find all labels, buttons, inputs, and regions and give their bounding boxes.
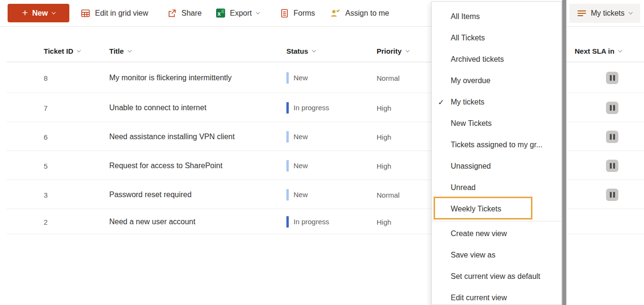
menu-item-create-new-view[interactable]: Create new view (432, 223, 561, 244)
export-button[interactable]: x Export (216, 0, 259, 26)
priority-cell: High (377, 133, 391, 141)
status-bar (286, 72, 289, 84)
ticket-title-link[interactable]: Need assistance installing VPN client (109, 133, 235, 141)
menu-item-weekly-tickets[interactable]: ✓ Weekly Tickets (432, 198, 561, 219)
excel-icon: x (216, 9, 225, 18)
menu-item-label: All Tickets (451, 34, 485, 42)
share-icon (167, 9, 177, 18)
pause-sla-button[interactable] (606, 102, 618, 114)
menu-item-label: Archived tickets (451, 55, 504, 64)
assign-to-me-label: Assign to me (345, 9, 389, 18)
status-bar (286, 160, 289, 172)
view-selector-button[interactable]: My tickets (569, 4, 640, 23)
pause-sla-button[interactable] (606, 160, 618, 172)
new-button-label: New (32, 9, 48, 18)
new-button[interactable]: + New (8, 4, 69, 22)
forms-button[interactable]: Forms (280, 0, 315, 26)
chevron-down-icon (629, 10, 633, 14)
forms-label: Forms (294, 9, 315, 18)
menu-item-label: All Items (451, 12, 480, 21)
status-label: New (294, 191, 308, 199)
column-label: Ticket ID (44, 47, 73, 55)
column-label: Status (286, 47, 308, 55)
ticket-title-link[interactable]: My monitor is flickering intermittently (109, 74, 232, 82)
ticket-title-link[interactable]: Password reset required (109, 191, 191, 199)
status-cell: New (286, 72, 308, 84)
menu-item-my-overdue[interactable]: ✓ My overdue (432, 70, 561, 91)
status-label: In progress (294, 218, 329, 226)
pause-sla-button[interactable] (606, 189, 618, 201)
ticket-id-cell: 3 (44, 191, 47, 199)
edit-in-grid-view-button[interactable]: Edit in grid view (81, 0, 148, 26)
pause-icon (610, 192, 612, 198)
column-header-next-sla[interactable]: Next SLA in (575, 40, 622, 62)
status-cell: In progress (286, 216, 329, 228)
column-header-ticket-id[interactable]: Ticket ID (44, 40, 80, 62)
menu-item-label: Set current view as default (451, 272, 540, 281)
ticket-id-cell: 7 (44, 104, 47, 112)
status-bar (286, 131, 289, 143)
column-header-title[interactable]: Title (109, 40, 131, 62)
pause-icon (610, 75, 612, 81)
view-selector-menu: ✓ All Items ✓ All Tickets ✓ Archived tic… (431, 1, 562, 305)
pause-icon (610, 134, 612, 140)
pause-sla-button[interactable] (606, 72, 618, 84)
status-cell: New (286, 189, 308, 200)
pause-sla-button[interactable] (606, 131, 618, 143)
status-cell: New (286, 160, 308, 172)
column-header-priority[interactable]: Priority (377, 40, 409, 62)
menu-item-label: Weekly Tickets (451, 205, 501, 213)
chevron-down-icon (77, 48, 81, 52)
status-label: New (294, 133, 308, 141)
pause-icon (610, 163, 612, 169)
menu-item-tickets-assigned-to-my-group[interactable]: ✓ Tickets assigned to my gr... (432, 134, 561, 155)
menu-item-label: New Tickets (451, 119, 492, 128)
view-list-icon (578, 10, 586, 16)
menu-item-all-items[interactable]: ✓ All Items (432, 6, 561, 27)
ticket-id-cell: 6 (44, 133, 47, 141)
menu-item-save-view-as[interactable]: Save view as (432, 244, 561, 266)
priority-cell: High (377, 162, 391, 170)
menu-item-label: Save view as (451, 251, 495, 259)
status-label: New (294, 74, 308, 82)
menu-item-archived-tickets[interactable]: ✓ Archived tickets (432, 48, 561, 70)
share-button[interactable]: Share (167, 0, 202, 26)
ticket-title-link[interactable]: Need a new user account (109, 218, 195, 226)
menu-item-label: Unread (451, 183, 475, 192)
status-bar (286, 102, 289, 114)
vertical-scrollbar[interactable] (562, 0, 567, 305)
column-header-status[interactable]: Status (286, 40, 315, 62)
ticket-id-cell: 8 (44, 74, 47, 82)
column-label: Priority (377, 47, 402, 55)
menu-item-unread[interactable]: ✓ Unread (432, 177, 561, 198)
menu-item-all-tickets[interactable]: ✓ All Tickets (432, 27, 561, 48)
menu-item-label: Unassigned (451, 162, 491, 171)
status-cell: In progress (286, 102, 329, 114)
priority-cell: High (377, 104, 391, 112)
menu-item-label: Tickets assigned to my gr... (451, 141, 542, 149)
menu-item-label: Create new view (451, 229, 507, 238)
menu-item-my-tickets[interactable]: ✓ My tickets (432, 91, 561, 113)
current-view-label: My tickets (591, 9, 625, 18)
ticket-title-link[interactable]: Unable to connect to internet (109, 104, 207, 112)
plus-icon: + (22, 8, 28, 18)
priority-cell: Normal (377, 191, 399, 199)
ticket-title-link[interactable]: Request for access to SharePoint (109, 162, 222, 170)
assign-to-me-button[interactable]: Assign to me (330, 0, 389, 26)
person-check-icon (330, 9, 341, 18)
column-label: Next SLA in (575, 47, 615, 55)
menu-divider (432, 221, 561, 221)
chevron-down-icon (405, 48, 409, 52)
pause-icon (610, 105, 612, 111)
menu-item-edit-current-view[interactable]: Edit current view (432, 287, 561, 305)
ticket-id-cell: 5 (44, 162, 47, 170)
grid-icon (81, 9, 90, 18)
menu-item-label: My tickets (451, 98, 484, 106)
menu-item-unassigned[interactable]: ✓ Unassigned (432, 155, 561, 177)
chevron-down-icon (51, 10, 55, 14)
menu-item-label: My overdue (451, 76, 491, 85)
menu-item-set-current-view-as-default[interactable]: Set current view as default (432, 266, 561, 287)
menu-item-new-tickets[interactable]: ✓ New Tickets (432, 113, 561, 134)
chevron-down-icon (127, 48, 131, 52)
column-label: Title (109, 47, 124, 55)
